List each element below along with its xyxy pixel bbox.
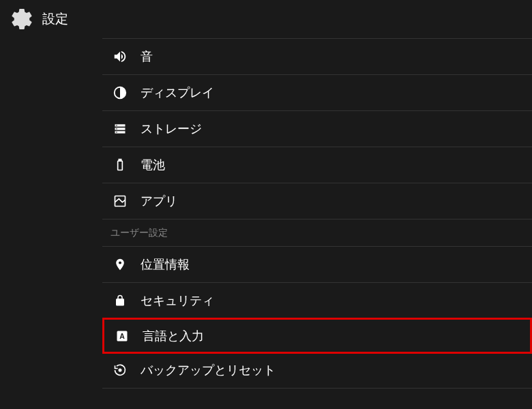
- svg-point-3: [116, 125, 117, 126]
- settings-item-label: 言語と入力: [143, 328, 204, 344]
- sound-icon: [112, 48, 128, 65]
- header: 設定: [0, 0, 532, 38]
- lock-icon: [112, 292, 128, 309]
- svg-point-5: [116, 132, 117, 133]
- category-header-user: ユーザー設定: [102, 219, 532, 247]
- location-icon: [112, 256, 128, 273]
- settings-item-label: 音: [141, 48, 153, 65]
- svg-rect-6: [118, 161, 123, 170]
- svg-text:A: A: [119, 331, 125, 339]
- settings-item-display[interactable]: ディスプレイ: [102, 75, 532, 111]
- gear-icon: [10, 7, 34, 31]
- settings-item-location[interactable]: 位置情報: [102, 247, 532, 283]
- settings-item-label: セキュリティ: [141, 292, 214, 309]
- display-icon: [112, 85, 128, 101]
- settings-item-security[interactable]: セキュリティ: [102, 283, 532, 319]
- settings-item-label: バックアップとリセット: [141, 362, 276, 378]
- apps-icon: [112, 193, 128, 209]
- svg-point-11: [119, 369, 121, 371]
- settings-item-sound[interactable]: 音: [102, 39, 532, 75]
- page-title: 設定: [42, 10, 68, 28]
- storage-icon: [112, 121, 128, 137]
- settings-item-language-input[interactable]: A 言語と入力: [102, 318, 532, 354]
- settings-item-label: ストレージ: [141, 121, 202, 137]
- settings-item-label: ディスプレイ: [141, 85, 214, 101]
- settings-item-label: アプリ: [141, 193, 177, 209]
- language-icon: A: [114, 328, 130, 344]
- svg-point-4: [116, 128, 117, 130]
- backup-icon: [112, 362, 128, 378]
- settings-item-storage[interactable]: ストレージ: [102, 111, 532, 147]
- settings-item-apps[interactable]: アプリ: [102, 183, 532, 219]
- svg-rect-7: [119, 160, 121, 162]
- category-label: ユーザー設定: [110, 227, 168, 239]
- battery-icon: [112, 157, 128, 173]
- settings-list: 音 ディスプレイ ストレージ: [102, 38, 532, 389]
- settings-item-backup-reset[interactable]: バックアップとリセット: [102, 352, 532, 389]
- settings-item-battery[interactable]: 電池: [102, 147, 532, 183]
- settings-item-label: 位置情報: [141, 256, 190, 273]
- settings-item-label: 電池: [141, 157, 165, 173]
